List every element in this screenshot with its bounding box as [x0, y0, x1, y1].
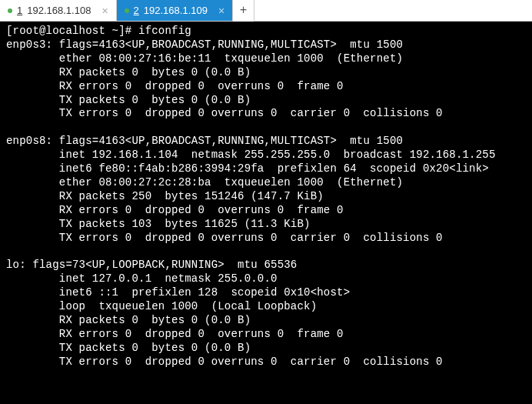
shell-prompt: [root@localhost ~]#	[6, 25, 138, 37]
tab-bar: 1 192.168.1.108 × 2 192.168.1.109 × +	[0, 0, 532, 22]
status-dot-icon	[8, 8, 12, 13]
tab-session-1[interactable]: 1 192.168.1.108 ×	[0, 0, 117, 21]
tab-index: 2	[134, 5, 139, 16]
close-icon[interactable]: ×	[218, 5, 224, 16]
tab-label: 192.168.1.108	[27, 5, 91, 16]
tab-session-2[interactable]: 2 192.168.1.109 ×	[117, 0, 234, 21]
close-icon[interactable]: ×	[101, 5, 108, 16]
plus-icon: +	[240, 4, 248, 18]
tab-index: 1	[17, 5, 22, 16]
command-output: enp0s3: flags=4163<UP,BROADCAST,RUNNING,…	[6, 38, 496, 368]
status-dot-icon	[125, 8, 129, 13]
terminal-output[interactable]: [root@localhost ~]# ifconfig enp0s3: fla…	[0, 22, 532, 404]
new-tab-button[interactable]: +	[233, 0, 254, 22]
shell-command: ifconfig	[138, 25, 191, 37]
tab-label: 192.168.1.109	[144, 5, 208, 16]
